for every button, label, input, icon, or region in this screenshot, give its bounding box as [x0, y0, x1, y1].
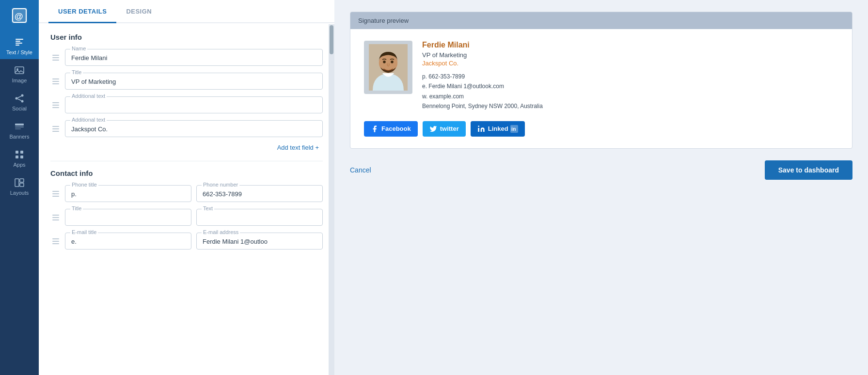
title-text-fields: Title Text — [65, 209, 323, 226]
svg-rect-15 — [15, 126, 24, 127]
additional-text-2-input[interactable] — [65, 121, 322, 137]
sidebar-item-image[interactable]: Image — [0, 59, 39, 87]
facebook-label: Facebook — [381, 125, 411, 132]
sidebar-item-apps[interactable]: Apps — [0, 143, 39, 172]
add-field-row: Add text field + — [50, 144, 323, 151]
svg-line-12 — [17, 96, 21, 98]
sig-company: Jackspot Co. — [422, 60, 838, 67]
sidebar-label-banners: Banners — [10, 134, 30, 140]
name-label: Name — [70, 46, 87, 51]
email-drag-handle[interactable] — [50, 236, 61, 246]
email-title-container: E-mail title — [65, 233, 191, 250]
email-title-label: E-mail title — [70, 229, 98, 235]
sidebar-item-banners[interactable]: Banners — [0, 115, 39, 143]
sig-email-value: Ferdie Milani 1@outlook.com — [428, 83, 504, 90]
name-drag-handle[interactable] — [50, 53, 61, 62]
svg-rect-22 — [20, 179, 24, 182]
svg-rect-18 — [20, 151, 23, 154]
sidebar-label-layouts: Layouts — [10, 190, 29, 196]
tab-bar: USER DETAILS DESIGN — [39, 0, 334, 23]
signature-avatar — [364, 41, 412, 94]
additional-text-1-row: Additional text — [50, 96, 323, 113]
additional-text-2-label: Additional text — [70, 117, 107, 123]
email-field-row: E-mail title E-mail address — [50, 233, 323, 250]
twitter-label: twitter — [440, 125, 459, 132]
sidebar-label-image: Image — [12, 78, 27, 83]
title-label: Title — [70, 69, 83, 75]
title-text-field-row: Title Text — [50, 209, 323, 226]
phone-drag-handle[interactable] — [50, 189, 61, 199]
cancel-button[interactable]: Cancel — [350, 166, 371, 174]
svg-rect-3 — [16, 39, 23, 40]
additional-text-1-label: Additional text — [70, 93, 107, 99]
phone-number-input[interactable] — [197, 186, 322, 202]
additional-text-1-container: Additional text — [65, 96, 323, 113]
signature-preview-box: Signature preview — [350, 12, 852, 149]
signature-content: Ferdie Milani VP of Marketing Jackspot C… — [364, 41, 838, 111]
phone-field-row: Phone title Phone number — [50, 185, 323, 202]
sidebar: @ Text / Style Image Social — [0, 0, 39, 375]
scrollbar[interactable] — [329, 24, 334, 375]
sidebar-item-text-style[interactable]: Text / Style — [0, 31, 39, 59]
title-field-row: Title — [50, 73, 323, 90]
title2-label: Title — [70, 205, 83, 211]
additional-text-2-drag-handle[interactable] — [50, 124, 61, 134]
phone-number-container: Phone number — [196, 185, 323, 202]
additional-text-1-drag-handle[interactable] — [50, 100, 61, 110]
additional-text-2-container: Additional text — [65, 120, 323, 137]
sig-phone-label: p. — [422, 73, 427, 80]
social-twitter-btn[interactable]: twitter — [423, 121, 466, 137]
phone-title-container: Phone title — [65, 185, 191, 202]
signature-preview-header: Signature preview — [350, 12, 852, 29]
phone-title-input[interactable] — [65, 186, 191, 202]
title-drag-handle[interactable] — [50, 77, 61, 86]
sig-web-label: w. — [422, 93, 427, 100]
form-panel: USER DETAILS DESIGN User info Name Title — [39, 0, 334, 375]
social-facebook-btn[interactable]: Facebook — [364, 121, 418, 137]
additional-text-1-input[interactable] — [65, 97, 322, 113]
tab-design[interactable]: DESIGN — [116, 0, 161, 23]
sig-web-value: example.com — [429, 93, 464, 100]
user-info-section-title: User info — [50, 33, 323, 41]
svg-rect-21 — [15, 179, 19, 187]
sig-title: VP of Marketing — [422, 51, 838, 59]
phone-fields: Phone title Phone number — [65, 185, 323, 202]
svg-rect-6 — [16, 45, 19, 46]
sidebar-item-social[interactable]: Social — [0, 87, 39, 115]
sidebar-label-text-style: Text / Style — [6, 49, 32, 55]
text-container: Text — [196, 209, 323, 226]
svg-point-11 — [21, 100, 24, 103]
preview-panel: Signature preview — [334, 0, 868, 375]
app-logo[interactable]: @ — [0, 0, 39, 31]
svg-text:in: in — [511, 126, 516, 132]
sidebar-label-apps: Apps — [13, 162, 25, 168]
add-text-field-button[interactable]: Add text field + — [277, 144, 319, 151]
social-linkedin-btn[interactable]: Linked in — [471, 121, 525, 137]
preview-actions: Cancel Save to dashboard — [350, 160, 852, 180]
svg-point-10 — [16, 97, 18, 100]
svg-point-26 — [383, 61, 386, 63]
sig-phone-value: 662-353-7899 — [428, 73, 465, 80]
svg-rect-20 — [20, 156, 23, 158]
sig-web: w. example.com — [422, 92, 838, 101]
sidebar-item-layouts[interactable]: Layouts — [0, 172, 39, 200]
title-text-drag-handle[interactable] — [50, 213, 61, 222]
svg-rect-16 — [15, 128, 21, 129]
save-to-dashboard-button[interactable]: Save to dashboard — [765, 160, 852, 180]
svg-line-13 — [17, 99, 21, 101]
email-address-input[interactable] — [197, 233, 322, 249]
title2-container: Title — [65, 209, 191, 226]
sig-contact-info: p. 662-353-7899 e. Ferdie Milani 1@outlo… — [422, 72, 838, 111]
name-input[interactable] — [65, 49, 322, 65]
email-address-label: E-mail address — [202, 229, 240, 235]
sig-name: Ferdie Milani — [422, 41, 838, 49]
signature-preview-body: Ferdie Milani VP of Marketing Jackspot C… — [350, 29, 852, 148]
title-field-container: Title — [65, 73, 323, 90]
title2-input[interactable] — [65, 209, 191, 225]
text-input[interactable] — [197, 209, 322, 225]
tab-user-details[interactable]: USER DETAILS — [48, 0, 116, 23]
email-title-input[interactable] — [65, 233, 191, 249]
form-area: User info Name Title — [39, 23, 334, 375]
svg-rect-28 — [478, 128, 479, 132]
title-input[interactable] — [65, 73, 322, 89]
